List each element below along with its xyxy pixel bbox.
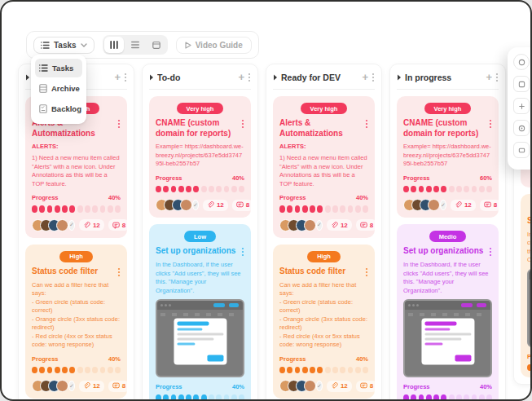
widget-button-5[interactable] (513, 142, 530, 158)
calendar-view-button[interactable] (147, 37, 166, 53)
screenshot-thumbnail (527, 269, 532, 347)
task-card-cname[interactable]: Very high CNAME (custom domain for repor… (149, 96, 251, 218)
calendar-view-icon (152, 41, 160, 49)
task-card-setup-organizations[interactable]: Low Set up organizations In the Dashboar… (149, 224, 251, 401)
task-card-status-filter[interactable]: High Status code filter Can we add a fil… (25, 245, 127, 399)
card-menu-icon[interactable] (117, 267, 121, 277)
card-title: Alerts & Automatizations (279, 118, 362, 139)
progress-label: Progress (279, 355, 306, 363)
video-guide-button[interactable]: Video Guide (176, 37, 252, 54)
widget-button-4[interactable] (513, 120, 530, 136)
screenshot-thumbnail (403, 299, 492, 377)
column-menu-icon[interactable] (248, 73, 251, 82)
progress-label: Progress (32, 355, 59, 363)
column-menu-icon[interactable] (495, 73, 499, 82)
caret-right-icon[interactable] (149, 74, 154, 81)
progress-label: Progress (32, 194, 59, 201)
tasks-dropdown-button[interactable]: Tasks (33, 37, 95, 54)
comments-count[interactable]: 8 (108, 219, 130, 231)
add-card-button[interactable]: + (114, 73, 121, 82)
widget-button-2[interactable] (513, 76, 530, 92)
card-footer: ✓ 12 8 (156, 199, 244, 211)
card-menu-icon[interactable] (489, 247, 492, 257)
card-description: In the Dashboard, if the user clicks "Ad… (403, 261, 492, 295)
task-card-setup-organizations[interactable]: Medio Set up organizations In the Dashbo… (397, 224, 499, 401)
widget-button-3[interactable] (513, 98, 530, 114)
links-count[interactable]: 12 (327, 219, 352, 231)
check-avatar-icon: ✓ (192, 200, 199, 210)
comments-count[interactable]: 8 (108, 381, 130, 392)
caret-right-icon[interactable] (25, 74, 30, 81)
column-menu-icon[interactable] (124, 73, 127, 82)
menu-item-archive[interactable]: Archive (35, 79, 82, 98)
link-icon (331, 222, 338, 229)
progress-percent: 40% (356, 194, 368, 201)
links-count[interactable]: 12 (79, 219, 104, 231)
menu-item-label: Tasks (52, 64, 73, 73)
menu-item-backlog[interactable]: Backlog (35, 99, 82, 118)
progress-label: Progress (279, 194, 306, 201)
menu-item-label: Backlog (51, 104, 81, 113)
card-menu-icon[interactable] (241, 247, 244, 257)
progress-percent: 60% (480, 174, 492, 182)
progress-dots (32, 205, 121, 213)
task-card-alerts[interactable]: Very high Alerts & Automatizations ALERT… (273, 96, 375, 238)
progress-percent: 40% (232, 383, 244, 390)
card-menu-icon[interactable] (365, 119, 368, 129)
link-icon (455, 201, 462, 209)
card-footer: ✓ 12 8 (32, 219, 121, 231)
links-count[interactable]: 12 (327, 381, 352, 392)
caret-right-icon[interactable] (273, 74, 278, 81)
task-card-cname[interactable]: Very high CNAME (custom domain for repor… (397, 96, 499, 218)
comments-count[interactable]: 8 (356, 381, 377, 392)
menu-item-tasks[interactable]: Tasks (35, 59, 82, 77)
card-menu-icon[interactable] (489, 119, 492, 129)
avatar (428, 199, 440, 211)
progress-dots (403, 394, 492, 401)
comments-count[interactable]: 8 (356, 219, 377, 231)
card-body-lead: ALERTS: (32, 143, 121, 150)
tasks-dropdown-menu: Tasks Archive Backlog (31, 55, 86, 124)
links-count[interactable]: 12 (203, 200, 228, 211)
view-switcher (103, 35, 168, 55)
progress-dots (156, 186, 244, 193)
columns-view-icon (110, 41, 118, 49)
card-description: Can we add a filter here that says: - Gr… (32, 281, 121, 350)
task-card-setup-organizations[interactable]: High Set up organizations In the Dashboa… (521, 194, 532, 377)
video-guide-label: Video Guide (196, 41, 243, 50)
progress-label: Progress (156, 383, 182, 390)
floating-widget-panel (508, 47, 532, 170)
progress-row: Progress 40% (32, 355, 121, 363)
comments-count[interactable]: 8 (480, 200, 501, 211)
add-card-button[interactable]: + (238, 73, 244, 82)
links-count[interactable]: 12 (79, 381, 104, 392)
card-menu-icon[interactable] (117, 119, 121, 129)
list-view-button[interactable] (125, 37, 145, 53)
column-header: In progress + (397, 71, 499, 90)
progress-row: Progress 60% (403, 174, 492, 182)
avatar-group (32, 380, 64, 392)
columns-view-button[interactable] (104, 37, 124, 53)
card-description: In the Dashboard, if the user clicks "Ad… (156, 261, 244, 295)
card-footer: ✓ 12 8 (403, 199, 492, 211)
column-menu-icon[interactable] (372, 73, 375, 82)
links-count[interactable]: 12 (451, 200, 476, 211)
card-menu-icon[interactable] (365, 267, 368, 277)
progress-percent: 40% (108, 194, 121, 201)
avatar (180, 199, 192, 211)
progress-percent: 40% (232, 174, 244, 182)
widget-button-1[interactable] (513, 54, 530, 70)
comments-count[interactable]: 8 (232, 200, 253, 211)
priority-badge: High (59, 251, 93, 262)
caret-right-icon[interactable] (397, 74, 402, 81)
progress-row: Progress 40% (403, 383, 492, 390)
card-description: 1) Need a new menu item called "Alerts" … (279, 154, 368, 188)
list-view-icon (131, 41, 139, 49)
task-card-status-filter[interactable]: High Status code filter Can we add a fil… (273, 245, 375, 399)
progress-dots (403, 186, 492, 193)
card-menu-icon[interactable] (241, 119, 244, 129)
add-card-button[interactable]: + (362, 73, 368, 82)
menu-item-label: Archive (51, 84, 80, 93)
add-card-button[interactable]: + (486, 73, 492, 82)
progress-dots (156, 394, 244, 401)
